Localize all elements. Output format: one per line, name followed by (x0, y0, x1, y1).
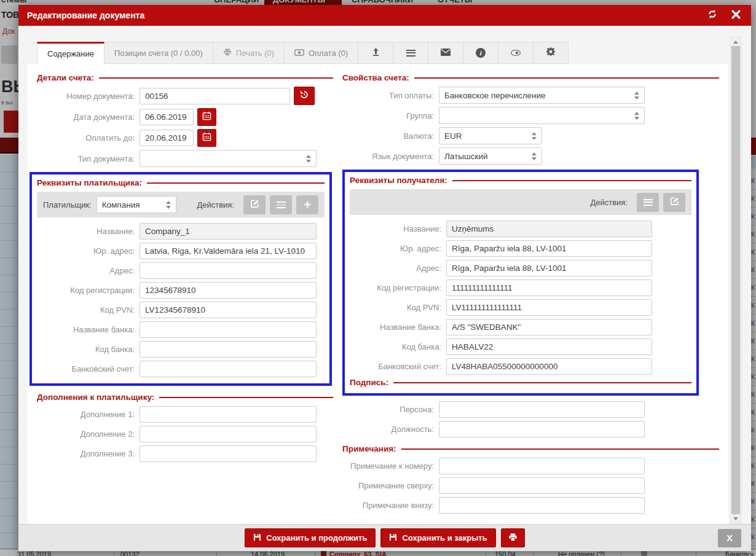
info-button[interactable]: i (463, 42, 498, 64)
currency-label: Валюта: (342, 131, 439, 141)
section-line (452, 180, 691, 181)
person-label: Персона: (342, 405, 439, 414)
tab-print[interactable]: Печать (0) (213, 42, 285, 64)
payer-list-button[interactable] (270, 195, 292, 214)
payer-name-input[interactable] (140, 223, 317, 240)
recipient-bank-name-input[interactable] (446, 319, 652, 335)
section-line (414, 77, 719, 79)
recipient-bank-code-label: Код банка: (350, 342, 446, 351)
recipient-address-input[interactable] (446, 260, 652, 276)
edit-icon (670, 197, 679, 208)
info-icon: i (476, 48, 486, 58)
note-bottom-input[interactable] (439, 497, 645, 514)
payer-bank-account-input[interactable] (140, 361, 317, 377)
doc-number-history-button[interactable] (294, 87, 315, 105)
modal-header: Редактирование документа (18, 5, 751, 26)
money-icon (294, 49, 304, 58)
tab-label: Позиции счета (0 / 0.00) (114, 49, 203, 58)
menu-icon (406, 50, 415, 57)
group-select[interactable] (439, 107, 645, 124)
recipient-list-button[interactable] (637, 193, 659, 212)
section-title: Свойства счета: (342, 73, 409, 82)
doc-number-input[interactable] (140, 88, 290, 104)
modal-title: Редактирование документа (27, 10, 144, 20)
pay-until-input[interactable] (140, 130, 194, 146)
section-title: Примечания: (342, 444, 396, 453)
payer-address-input[interactable] (140, 262, 317, 279)
addition-1-input[interactable] (140, 406, 317, 423)
menu-button[interactable] (393, 42, 428, 64)
payer-toolbar: Платильщик: Компания Действия: (37, 192, 325, 217)
addition-3-input[interactable] (140, 445, 317, 462)
payment-type-select[interactable]: Банковское перечисление (439, 87, 645, 104)
recipient-bank-name-label: Название банка: (350, 323, 446, 332)
section-title: Детали счета: (37, 73, 94, 82)
payer-reg-code-input[interactable] (140, 282, 317, 299)
doc-date-label: Дата документа: (37, 112, 140, 122)
position-input[interactable] (439, 421, 645, 437)
payer-pvn-code-input[interactable] (140, 302, 317, 318)
recipient-legal-address-input[interactable] (446, 240, 652, 257)
upload-button[interactable] (358, 42, 393, 64)
payer-bank-name-input[interactable] (140, 321, 317, 338)
payer-type-select[interactable]: Компания (96, 196, 176, 213)
note-number-input[interactable] (439, 458, 645, 474)
button-label: X (726, 533, 732, 543)
person-input[interactable] (439, 401, 645, 418)
modal-close-button[interactable] (729, 9, 742, 22)
recipient-reg-code-input[interactable] (446, 280, 652, 296)
addition-2-input[interactable] (140, 426, 317, 442)
payer-bank-name-label: Название банка: (37, 325, 140, 334)
group-label: Группа: (342, 111, 439, 120)
recipient-section-header: Реквизиты получателя: (350, 176, 691, 185)
email-button[interactable] (428, 42, 463, 64)
currency-select[interactable]: EUR (439, 127, 542, 144)
floppy-icon (253, 533, 261, 543)
payer-section-header: Реквизиты платильщика: (37, 178, 325, 187)
save-continue-button[interactable]: Сохранить и продолжить (245, 528, 376, 547)
select-value: Банковское перечисление (444, 91, 546, 100)
settings-button[interactable] (534, 42, 569, 64)
language-label: Язык документа: (342, 152, 439, 161)
doc-type-label: Тип документа: (37, 154, 140, 163)
modal-scrollbar[interactable] (730, 37, 741, 523)
payer-edit-button[interactable] (243, 195, 266, 214)
print-button[interactable] (501, 528, 525, 547)
footer-close-button[interactable]: X (718, 529, 741, 547)
printer-icon (508, 533, 518, 544)
recipient-name-input[interactable] (446, 221, 652, 237)
modal-refresh-button[interactable] (706, 9, 719, 22)
recipient-bank-account-input[interactable] (446, 358, 652, 375)
preview-button[interactable] (498, 42, 534, 64)
doc-date-input[interactable] (140, 109, 194, 125)
payer-add-button[interactable]: + (296, 195, 318, 214)
language-select[interactable]: Латышский (439, 147, 542, 165)
tab-payment[interactable]: Оплата (0) (285, 42, 358, 64)
position-label: Должность: (342, 425, 439, 434)
section-title: Подпись: (350, 378, 388, 387)
scroll-down-button[interactable] (731, 514, 741, 523)
tab-invoice-positions[interactable]: Позиции счета (0 / 0.00) (104, 42, 213, 64)
save-close-button[interactable]: Сохранить и закрыть (380, 528, 495, 547)
doc-date-calendar-button[interactable] (197, 108, 216, 126)
note-top-input[interactable] (439, 477, 645, 494)
recipient-pvn-code-input[interactable] (446, 299, 652, 316)
payer-highlight-box: Реквизиты платильщика: Платильщик: Компа… (30, 172, 332, 386)
edit-icon (250, 199, 259, 211)
pay-until-calendar-button[interactable] (197, 129, 216, 147)
payer-selector-label: Платильщик: (43, 200, 92, 209)
payer-legal-address-input[interactable] (140, 243, 317, 259)
recipient-bank-code-input[interactable] (446, 339, 652, 355)
scroll-thumb[interactable] (731, 46, 740, 514)
scroll-up-button[interactable] (731, 37, 741, 46)
doc-type-select[interactable] (140, 150, 317, 167)
recipient-name-label: Название: (350, 224, 446, 233)
details-section-header: Детали счета: (37, 73, 333, 82)
payer-bank-code-input[interactable] (140, 341, 317, 358)
note-top-label: Примечание сверху: (342, 481, 439, 490)
tab-content[interactable]: Содержание (37, 42, 104, 64)
pay-until-label: Оплатить до: (37, 133, 140, 143)
recipient-toolbar: Действия: (350, 189, 691, 215)
plus-icon: + (304, 198, 311, 211)
recipient-edit-button[interactable] (663, 193, 685, 212)
